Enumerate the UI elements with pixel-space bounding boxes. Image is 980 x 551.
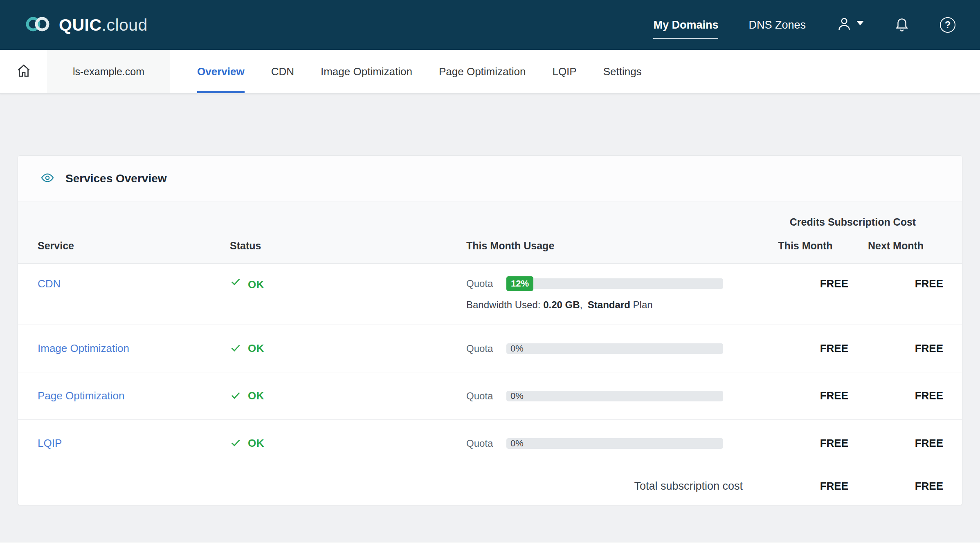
- cell-service: Page Optimization: [38, 390, 230, 402]
- table-header: Credits Subscription Cost Service Status…: [18, 202, 962, 264]
- col-header-this-month: This Month: [762, 240, 848, 252]
- quota-label: Quota: [466, 390, 506, 402]
- status-ok: OK: [248, 437, 264, 450]
- page-footer-strip: [0, 542, 980, 551]
- notifications-button[interactable]: [894, 16, 910, 34]
- quota-percent-label: 0%: [510, 391, 524, 401]
- check-icon: [230, 276, 241, 293]
- plan-suffix: Plan: [633, 299, 653, 310]
- table-row-image-optimization: Image Optimization OK Quota 0%: [18, 325, 962, 372]
- nav-my-domains[interactable]: My Domains: [653, 19, 718, 31]
- col-header-status: Status: [230, 240, 466, 252]
- cell-status: OK: [230, 276, 466, 293]
- service-link-image-optimization[interactable]: Image Optimization: [38, 342, 129, 354]
- status-ok: OK: [248, 277, 264, 292]
- quota-label: Quota: [466, 276, 506, 291]
- plan-name: Standard: [588, 299, 630, 310]
- bandwidth-value: 0.20 GB: [543, 299, 580, 310]
- cell-usage: Quota 0%: [466, 436, 762, 451]
- cell-service: CDN: [38, 276, 230, 293]
- table-row-page-optimization: Page Optimization OK Quota 0%: [18, 372, 962, 420]
- tab-cdn[interactable]: CDN: [271, 50, 294, 93]
- bandwidth-separator: ,: [580, 299, 583, 310]
- quota-percent-badge: 12%: [506, 276, 533, 291]
- cell-usage: Quota 0%: [466, 388, 762, 404]
- home-icon: [16, 63, 31, 80]
- help-button[interactable]: ?: [940, 17, 955, 33]
- tab-lqip[interactable]: LQIP: [552, 50, 576, 93]
- cell-next-month: FREE: [848, 390, 943, 402]
- quota-label: Quota: [466, 343, 506, 354]
- quota-percent-label: 0%: [510, 343, 524, 354]
- bell-icon: [894, 16, 910, 34]
- quota-progress-bar: 0%: [506, 438, 723, 449]
- home-button[interactable]: [0, 50, 47, 93]
- card-title: Services Overview: [65, 172, 167, 185]
- check-icon: [230, 437, 241, 450]
- caret-down-icon: [856, 21, 864, 25]
- tab-overview[interactable]: Overview: [197, 50, 245, 93]
- tab-image-optimization[interactable]: Image Optimization: [321, 50, 412, 93]
- check-icon: [230, 390, 241, 403]
- cell-this-month: FREE: [762, 276, 848, 291]
- service-link-lqip[interactable]: LQIP: [38, 437, 62, 449]
- cell-service: LQIP: [38, 437, 230, 450]
- service-link-cdn[interactable]: CDN: [38, 278, 61, 290]
- user-icon: [836, 16, 852, 34]
- brand-logo[interactable]: QUIC.cloud: [25, 16, 148, 35]
- domain-subnav: ls-example.com Overview CDN Image Optimi…: [0, 50, 980, 94]
- cell-usage: Quota 0%: [466, 341, 762, 356]
- bandwidth-label: Bandwidth Used:: [466, 299, 540, 310]
- group-header-credits: Credits Subscription Cost: [762, 216, 943, 228]
- col-header-usage: This Month Usage: [466, 240, 762, 252]
- cell-next-month: FREE: [848, 437, 943, 450]
- quota-progress-bar: 12%: [506, 278, 723, 289]
- quota-progress-bar: 0%: [506, 391, 723, 401]
- cell-this-month: FREE: [762, 342, 848, 355]
- cell-usage: Quota 12% Bandwidth Used: 0.20 GB, Stand…: [466, 276, 762, 312]
- domain-selector[interactable]: ls-example.com: [47, 50, 170, 93]
- cell-this-month: FREE: [762, 390, 848, 402]
- help-icon: ?: [940, 17, 955, 33]
- page: QUIC.cloud My Domains DNS Zones: [0, 0, 980, 551]
- check-icon: [230, 342, 241, 355]
- quota-percent-label: 0%: [510, 438, 524, 449]
- main-content: Services Overview Credits Subscription C…: [0, 94, 980, 505]
- quota-progress-bar: 0%: [506, 343, 723, 354]
- cell-this-month: FREE: [762, 437, 848, 450]
- domain-name: ls-example.com: [73, 66, 144, 78]
- col-header-service: Service: [38, 240, 230, 252]
- cell-next-month: FREE: [848, 276, 943, 291]
- status-ok: OK: [248, 342, 264, 355]
- brand-text: QUIC.cloud: [59, 16, 148, 35]
- nav-dns-zones[interactable]: DNS Zones: [748, 19, 806, 31]
- top-navbar: QUIC.cloud My Domains DNS Zones: [0, 0, 980, 50]
- col-header-next-month: Next Month: [848, 240, 943, 252]
- service-link-page-optimization[interactable]: Page Optimization: [38, 390, 124, 402]
- total-subscription-label: Total subscription cost: [38, 480, 762, 493]
- quic-cloud-logo-icon: [25, 16, 51, 34]
- table-row-cdn: CDN OK Quota 12%: [18, 264, 962, 325]
- total-this-month: FREE: [762, 480, 848, 493]
- quota-label: Quota: [466, 438, 506, 449]
- total-next-month: FREE: [848, 480, 943, 493]
- tab-settings[interactable]: Settings: [603, 50, 642, 93]
- domain-tabs: Overview CDN Image Optimization Page Opt…: [197, 50, 642, 93]
- cell-status: OK: [230, 437, 466, 450]
- eye-icon: [39, 171, 56, 186]
- cell-service: Image Optimization: [38, 342, 230, 355]
- status-ok: OK: [248, 390, 264, 402]
- tab-page-optimization[interactable]: Page Optimization: [439, 50, 526, 93]
- card-header: Services Overview: [18, 156, 962, 202]
- cell-status: OK: [230, 390, 466, 403]
- cell-next-month: FREE: [848, 342, 943, 355]
- cell-status: OK: [230, 342, 466, 355]
- bandwidth-detail: Bandwidth Used: 0.20 GB, Standard Plan: [466, 298, 762, 312]
- account-menu-button[interactable]: [836, 16, 864, 34]
- services-overview-card: Services Overview Credits Subscription C…: [18, 155, 962, 505]
- navbar-right: My Domains DNS Zones: [653, 16, 955, 34]
- table-footer-row: Total subscription cost FREE FREE: [18, 467, 962, 505]
- table-row-lqip: LQIP OK Quota 0%: [18, 420, 962, 467]
